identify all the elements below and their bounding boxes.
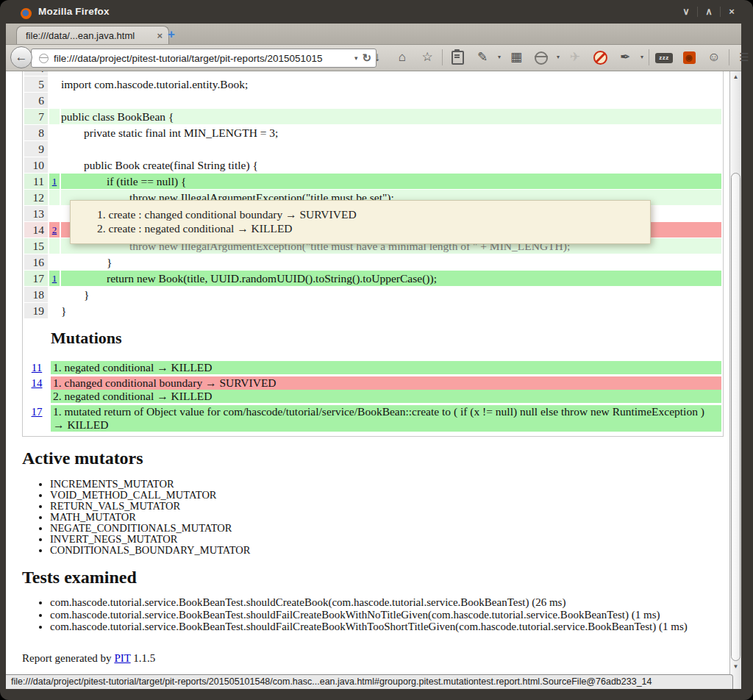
chevron-down-icon[interactable]: ▾	[554, 46, 563, 69]
mutation-tooltip: 1. create : changed conditional boundary…	[70, 200, 651, 244]
new-tab-button[interactable]: +	[168, 27, 175, 42]
send-plane-icon[interactable]: ✈	[563, 46, 588, 69]
mutation-count-link[interactable]: 2	[52, 224, 57, 235]
line-number: 17	[24, 271, 48, 286]
chevron-down-icon[interactable]: ▾	[495, 46, 504, 69]
tests-examined-heading: Tests examined	[22, 568, 724, 588]
source-line: 6	[24, 93, 721, 108]
mutators-list: INCREMENTS_MUTATOR VOID_METHOD_CALL_MUTA…	[22, 479, 724, 556]
code-text	[61, 141, 721, 157]
line-link[interactable]: 11	[32, 362, 42, 374]
line-link[interactable]: 17	[32, 406, 43, 418]
mutation-count-link[interactable]: 1	[52, 176, 57, 187]
mutation-line-link: 17	[24, 405, 49, 432]
list-item: INCREMENTS_MUTATOR	[50, 479, 724, 490]
source-line: 4	[24, 71, 721, 76]
code-text	[61, 93, 721, 108]
scroll-up-arrow-icon[interactable]: ▲	[730, 74, 741, 80]
line-number: 5	[24, 76, 48, 92]
sleep-zzz-icon[interactable]: zzz	[652, 46, 677, 69]
list-item: VOID_METHOD_CALL_MUTATOR	[50, 490, 724, 501]
mutation-marker: 2	[49, 222, 60, 238]
maximize-button[interactable]: ∧	[698, 4, 720, 19]
back-button[interactable]: ←	[10, 46, 32, 68]
mutation-row: 17 1. mutated return of Object value for…	[24, 405, 721, 432]
window-title: Mozilla Firefox	[38, 6, 110, 17]
mutation-entries: 1. negated conditional → KILLED	[51, 361, 721, 374]
divider	[649, 49, 649, 65]
mutation-marker	[49, 238, 60, 254]
chevron-down-icon[interactable]: ▾	[638, 46, 646, 69]
tooltip-line: 2. create : negated conditional → KILLED	[97, 221, 643, 235]
reload-icon[interactable]: ↻	[362, 51, 371, 65]
mutation-marker	[49, 76, 60, 92]
active-mutators-heading: Active mutators	[22, 449, 724, 468]
line-number: 7	[24, 109, 48, 124]
mutation-row: 14 1. changed conditional boundary → SUR…	[24, 376, 721, 403]
mutation-count-link[interactable]: 1	[52, 273, 57, 284]
tab-close-icon[interactable]: ×	[155, 30, 164, 41]
mutation-marker	[49, 190, 60, 205]
adblock-icon[interactable]	[588, 46, 613, 69]
tile-view-icon[interactable]: ▦	[504, 46, 529, 69]
source-code-box: 4 5import com.hascode.tutorial.entity.Bo…	[22, 71, 724, 437]
source-line: 9	[24, 141, 721, 157]
eyedropper-icon[interactable]: ✎	[470, 46, 495, 69]
tooltip-line: 1. create : changed conditional boundary…	[97, 207, 643, 221]
list-item: CONDITIONALS_BOUNDARY_MUTATOR	[50, 545, 724, 556]
sync-globe-icon[interactable]	[529, 46, 554, 69]
home-icon[interactable]: ⌂	[390, 46, 415, 69]
clipboard-icon[interactable]	[445, 46, 470, 69]
line-link[interactable]: 14	[32, 377, 43, 389]
mutation-marker	[49, 109, 60, 124]
site-globe-icon	[39, 54, 49, 63]
tab-active[interactable]: file:///data/...ean.java.html ×	[16, 26, 169, 44]
line-number: 12	[24, 190, 48, 205]
addon-orange-icon[interactable]: ◉	[677, 46, 702, 69]
close-button[interactable]: ×	[721, 4, 743, 19]
scrollbar-thumb[interactable]	[731, 173, 740, 661]
line-number: 15	[24, 238, 48, 254]
scroll-down-arrow-icon[interactable]: ▼	[730, 663, 741, 670]
hamburger-menu-icon[interactable]: ☰	[732, 46, 753, 69]
url-bar[interactable]: file:///data/project/pitest-tutorial/tar…	[31, 49, 376, 68]
tab-title: file:///data/...ean.java.html	[26, 30, 155, 41]
list-item: MATH_MUTATOR	[50, 512, 724, 523]
list-item: INVERT_NEGS_MUTATOR	[50, 534, 724, 545]
vertical-scrollbar[interactable]: ▲ ▼	[729, 71, 741, 689]
source-line: 8 private static final int MIN_LENGTH = …	[24, 125, 721, 140]
chat-smiley-icon[interactable]: ☺	[702, 46, 727, 69]
list-item: NEGATE_CONDITIONALS_MUTATOR	[50, 523, 724, 534]
source-line: 16 }	[24, 254, 721, 270]
pen-tool-icon[interactable]: ✒	[613, 46, 638, 69]
list-item: com.hascode.tutorial.service.BookBeanTes…	[50, 597, 724, 609]
mutation-marker	[49, 71, 60, 76]
code-text: private static final int MIN_LENGTH = 3;	[61, 125, 721, 140]
toolbar-icons: ↓ ⌂ ☆ ✎ ▾ ▦ ▾ ✈ ✒ ▾ zzz ◉ ☺ ☰	[365, 45, 738, 70]
url-text[interactable]: file:///data/project/pitest-tutorial/tar…	[54, 53, 350, 64]
mutation-row: 11 1. negated conditional → KILLED	[24, 361, 721, 374]
mutation-entry: 1. changed conditional boundary → SURVIV…	[51, 376, 721, 390]
test-name: com.hascode.tutorial.service.BookBeanTes…	[50, 596, 565, 608]
mutation-marker	[49, 125, 60, 140]
pit-report-page: 4 5import com.hascode.tutorial.entity.Bo…	[22, 71, 724, 665]
list-item: com.hascode.tutorial.service.BookBeanTes…	[50, 621, 724, 633]
url-history-dropdown-icon[interactable]: ▾	[354, 54, 358, 62]
source-line: 10 public Book create(final String title…	[24, 157, 721, 173]
report-footer: Report generated by PIT 1.1.5	[22, 652, 724, 665]
zzz-glyph: zzz	[655, 53, 673, 63]
code-text: }	[61, 303, 721, 318]
minimize-button[interactable]: ∨	[675, 4, 697, 19]
code-text: public class BookBean {	[61, 109, 721, 124]
title-bar: Mozilla Firefox ∨ ∧ ×	[0, 0, 753, 24]
addon-glyph: ◉	[683, 51, 696, 64]
bookmark-star-icon[interactable]: ☆	[415, 46, 440, 69]
line-number: 10	[24, 157, 48, 173]
pit-link[interactable]: PIT	[114, 652, 130, 664]
mutation-entry: 1. mutated return of Object value for co…	[51, 405, 721, 432]
mutation-entries: 1. mutated return of Object value for co…	[51, 405, 721, 432]
code-text: }	[61, 287, 721, 302]
mutation-entries: 1. changed conditional boundary → SURVIV…	[51, 376, 721, 403]
line-number: 6	[24, 93, 48, 108]
line-number: 11	[24, 174, 48, 189]
